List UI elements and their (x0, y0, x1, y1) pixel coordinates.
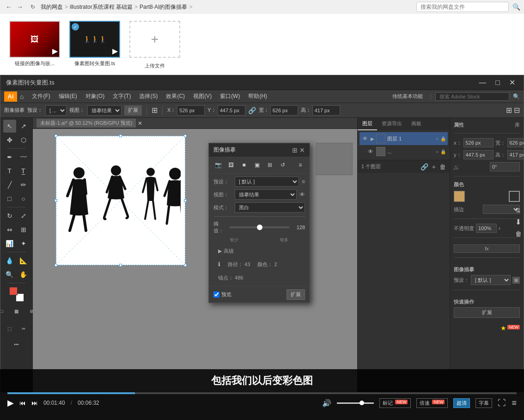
normal-mode-btn[interactable]: □ (0, 304, 8, 317)
corner-mr[interactable] (184, 199, 187, 202)
toolbar-expand-button[interactable]: 扩展 (124, 105, 142, 116)
corner-br[interactable] (184, 264, 187, 267)
type-tool[interactable]: T (3, 164, 16, 177)
file-thumb-1[interactable]: 🖼 ▶ 链接的图像与嵌... (9, 21, 60, 67)
direct-select-tool[interactable]: ↗ (17, 120, 30, 133)
opacity-more-icon[interactable]: › (499, 225, 500, 231)
prop-h-input[interactable] (507, 150, 524, 159)
forward-button[interactable]: → (15, 2, 25, 12)
dialog-square2-icon[interactable]: ▣ (251, 159, 262, 170)
corner-tl[interactable] (55, 134, 57, 137)
subtitle-button[interactable]: 字幕 (475, 398, 492, 408)
upload-file-button[interactable]: + 上传文件 (129, 21, 180, 69)
mark-button[interactable]: 标记 NEW (379, 398, 411, 408)
video-progress-bar[interactable] (7, 392, 517, 394)
align-icon[interactable]: ⊟ (514, 106, 520, 115)
layer-visibility-2[interactable]: 👁 (367, 148, 374, 155)
layer-visibility-1[interactable]: 👁 (361, 135, 369, 142)
back-button[interactable]: ← (4, 2, 14, 12)
workspace-button[interactable]: 传统基本功能 (389, 92, 427, 101)
rotate-tool[interactable]: ↻ (3, 209, 16, 222)
toolbar-preset-select[interactable]: [ ... (45, 105, 67, 116)
dialog-view-eye-icon[interactable]: 👁 (299, 191, 305, 198)
fill-swatch[interactable] (9, 287, 18, 295)
dialog-expand-button[interactable]: ⊞ (292, 146, 298, 154)
pen-tool[interactable]: ✒ (3, 151, 16, 164)
corner-bl[interactable] (55, 264, 57, 267)
curvature-tool[interactable]: 〰 (17, 151, 30, 164)
maximize-button[interactable]: □ (493, 77, 503, 88)
line-tool[interactable]: ╱ (3, 178, 16, 191)
layers-tab-layers[interactable]: 图层 (358, 118, 377, 130)
layer-row-1[interactable]: 👁 ▶ 图层 1 ○ 🔒 (359, 132, 448, 145)
stroke-color-swatch[interactable] (509, 191, 520, 202)
layers-bottom-new-icon[interactable]: + (432, 163, 436, 170)
prop-w-input[interactable] (507, 138, 524, 147)
fx-button[interactable]: fx (454, 244, 520, 253)
ellipse-tool[interactable]: ○ (17, 192, 30, 205)
menu-select[interactable]: 选择(S) (135, 91, 161, 101)
corner-tm[interactable] (119, 134, 122, 137)
stock-search-input[interactable] (435, 92, 509, 101)
fullscreen-button[interactable]: ⛶ (498, 398, 506, 408)
layer-expand-1[interactable]: ▶ (371, 136, 374, 141)
artboard-tool[interactable]: ⬚ (3, 322, 16, 335)
properties-tab-2[interactable]: 库 (515, 122, 520, 128)
quality-button[interactable]: 超清 (453, 398, 470, 408)
warp-tool[interactable]: ✤ (3, 134, 16, 146)
dialog-mode-select[interactable]: 黑白 (235, 202, 305, 213)
dialog-square3-icon[interactable]: ⊞ (264, 159, 275, 170)
corner-tr[interactable] (184, 134, 187, 137)
menu-effect[interactable]: 效果(C) (162, 91, 189, 101)
fill-color-swatch[interactable] (454, 191, 465, 202)
y-input[interactable] (218, 105, 245, 116)
dialog-camera-icon[interactable]: 📷 (213, 159, 224, 170)
eyedropper-tool[interactable]: 💧 (3, 254, 16, 267)
dialog-header[interactable]: 图像描摹 ⊞ ✕ (209, 143, 310, 157)
x-input[interactable] (177, 105, 205, 116)
width-tool[interactable]: ⇔ (3, 223, 16, 236)
volume-icon[interactable]: 🔊 (322, 399, 331, 408)
layers-tab-artboard[interactable]: 画板 (407, 118, 426, 130)
minimize-button[interactable]: — (476, 77, 489, 88)
grid-icon[interactable]: ⊞ (152, 106, 158, 115)
opacity-input[interactable] (476, 224, 497, 233)
breadcrumb-item-3[interactable]: Part8·AI的图像描摹 (140, 3, 187, 11)
side-trash-icon[interactable]: 🗑 (515, 230, 522, 237)
dialog-square1-icon[interactable]: ■ (238, 159, 250, 170)
layers-tab-export[interactable]: 资源导出 (377, 118, 407, 130)
corner-bm[interactable] (119, 264, 122, 267)
layer-options-2[interactable]: ○ (436, 149, 439, 154)
menu-help[interactable]: 帮助(H) (244, 91, 271, 101)
menu-window[interactable]: 窗口(W) (216, 91, 244, 101)
layer-options-1[interactable]: ○ (436, 136, 439, 141)
chart-tool[interactable]: 📊 (3, 237, 16, 250)
prev-button[interactable]: ⏮ (19, 399, 26, 407)
menu-edit[interactable]: 编辑(E) (55, 91, 81, 101)
file-thumb-2[interactable]: ✓ 🚶🚶🚶 ▶ 像素图转矢量图.ts (69, 21, 120, 67)
dialog-view-select[interactable]: 描摹结果 (235, 189, 297, 200)
h-input[interactable] (312, 105, 340, 116)
scale-tool[interactable]: ⤢ (17, 209, 30, 222)
dialog-preset-select[interactable]: [ 默认 ] (235, 177, 299, 187)
close-button[interactable]: ✕ (506, 77, 518, 88)
menu-view[interactable]: 视图(V) (189, 91, 215, 101)
share-icon[interactable]: ⇅ (515, 207, 522, 214)
menu-file[interactable]: 文件(F) (28, 91, 54, 101)
it-preset-expand-btn[interactable]: ⊞ (512, 277, 520, 284)
browser-search-input[interactable] (416, 2, 509, 12)
preview-checkbox[interactable] (213, 292, 219, 298)
refresh-button[interactable]: ↻ (29, 3, 37, 11)
zoom-tool[interactable]: 🔍 (3, 268, 16, 281)
dialog-photo-icon[interactable]: 🖼 (225, 159, 237, 170)
w-input[interactable] (270, 105, 298, 116)
home-icon[interactable]: ⌂ (20, 93, 24, 100)
layer-row-2[interactable]: 👁 ... ○ 🔒 (365, 145, 448, 158)
breadcrumb-item-1[interactable]: 我的网盘 (41, 3, 63, 11)
measure-tool[interactable]: 📐 (17, 254, 30, 267)
menu-object[interactable]: 对象(O) (82, 91, 108, 101)
prop-y-input[interactable] (463, 150, 494, 159)
next-button[interactable]: ⏭ (31, 399, 38, 407)
more-tools-button[interactable]: ••• (10, 338, 23, 351)
canvas-tab-item[interactable]: 未标题-1.ai* @ 50.12% (RGB/GPU 预览) (37, 119, 136, 128)
